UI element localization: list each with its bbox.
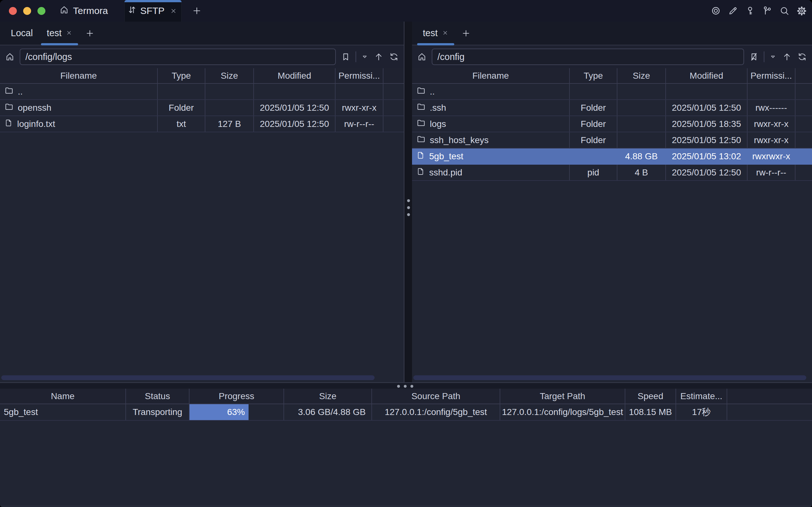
close-icon[interactable] <box>442 28 448 38</box>
column-header-size[interactable]: Size <box>617 68 666 83</box>
folder-icon <box>417 102 426 114</box>
refresh-icon[interactable] <box>797 51 808 62</box>
chevron-down-icon[interactable] <box>769 51 777 62</box>
close-icon[interactable] <box>66 28 72 38</box>
up-directory-icon[interactable] <box>373 51 384 62</box>
column-header-target-path[interactable]: Target Path <box>500 389 625 404</box>
transfers-splitter[interactable] <box>0 382 812 389</box>
up-directory-icon[interactable] <box>781 51 792 62</box>
zoom-window-button[interactable] <box>38 7 45 15</box>
column-header-source-path[interactable]: Source Path <box>372 389 500 404</box>
column-header-permissions[interactable]: Permissi... <box>335 68 383 83</box>
table-row[interactable]: .ssh Folder 2025/01/05 12:50 rwx------ <box>412 100 812 116</box>
folder-icon <box>4 86 14 97</box>
home-icon[interactable] <box>4 51 15 62</box>
bookmark-slash-icon[interactable] <box>749 51 759 62</box>
file-type: Folder <box>158 100 205 115</box>
minimize-window-button[interactable] <box>23 7 31 15</box>
settings-gear-icon[interactable] <box>796 5 807 16</box>
folder-icon <box>417 86 426 97</box>
record-icon[interactable] <box>710 5 721 16</box>
file-permissions: rwx------ <box>748 100 796 115</box>
tab-local[interactable]: Local <box>4 21 40 45</box>
home-tab[interactable]: Termora <box>59 5 108 17</box>
file-icon <box>4 119 13 129</box>
tab-test-left[interactable]: test <box>40 21 79 45</box>
tab-local-label: Local <box>11 28 33 38</box>
table-row[interactable]: .. <box>0 84 404 100</box>
table-row[interactable]: loginfo.txt txt 127 B 2025/01/05 12:50 r… <box>0 116 404 132</box>
bookmark-icon[interactable] <box>340 51 351 62</box>
close-icon[interactable] <box>168 5 179 16</box>
file-permissions: rwxr-xr-x <box>335 100 383 115</box>
file-permissions: rwxr-xr-x <box>748 116 796 132</box>
splitter-handle[interactable] <box>397 385 413 388</box>
home-icon[interactable] <box>417 51 427 62</box>
column-header-modified[interactable]: Modified <box>254 68 335 83</box>
column-header-type[interactable]: Type <box>158 68 205 83</box>
column-header-name[interactable]: Name <box>0 389 126 404</box>
folder-icon <box>4 102 14 114</box>
file-owner <box>383 84 404 99</box>
horizontal-scrollbar[interactable] <box>413 375 806 380</box>
column-header-size[interactable]: Size <box>205 68 254 83</box>
file-permissions: rwxr-xr-x <box>748 132 796 148</box>
column-header-progress[interactable]: Progress <box>190 389 284 404</box>
right-path-input[interactable] <box>432 49 744 65</box>
file-type: Folder <box>570 100 617 115</box>
tab-sftp[interactable]: SFTP <box>124 0 181 21</box>
close-window-button[interactable] <box>9 7 17 15</box>
table-row-selected[interactable]: 5gb_test 4.88 GB 2025/01/05 13:02 rwxrwx… <box>412 149 812 165</box>
add-panel-tab-button[interactable] <box>457 21 475 45</box>
home-tab-label: Termora <box>73 5 108 16</box>
file-type <box>158 84 205 99</box>
table-row[interactable]: openssh Folder 2025/01/05 12:50 rwxr-xr-… <box>0 100 404 116</box>
file-permissions <box>748 84 796 99</box>
remote-file-panel: test Filename Type Size Modified Permiss… <box>412 21 812 382</box>
filename: .. <box>18 87 23 97</box>
table-row[interactable]: ssh_host_keys Folder 2025/01/05 12:50 rw… <box>412 132 812 149</box>
column-header-filename[interactable]: Filename <box>0 68 158 83</box>
progress-fill: 63% <box>190 404 249 420</box>
column-header-size[interactable]: Size <box>284 389 372 404</box>
file-type <box>570 149 617 164</box>
column-header-permissions[interactable]: Permissi... <box>748 68 796 83</box>
titlebar: Termora SFTP <box>0 0 812 21</box>
column-header-owner[interactable]: Owner <box>383 68 404 83</box>
left-path-input[interactable] <box>20 49 336 65</box>
column-header-filename[interactable]: Filename <box>412 68 570 83</box>
file-modified: 2025/01/05 12:50 <box>254 116 335 132</box>
table-row[interactable]: logs Folder 2025/01/05 18:35 rwxr-xr-x <box>412 116 812 132</box>
refresh-icon[interactable] <box>388 51 399 62</box>
transfers-header: Name Status Progress Size Source Path Ta… <box>0 389 812 404</box>
column-header-type[interactable]: Type <box>570 68 617 83</box>
column-header-speed[interactable]: Speed <box>625 389 676 404</box>
add-panel-tab-button[interactable] <box>81 21 98 45</box>
transfers-table: Name Status Progress Size Source Path Ta… <box>0 389 812 421</box>
column-header-modified[interactable]: Modified <box>666 68 748 83</box>
file-size: 127 B <box>205 116 254 132</box>
key-icon[interactable] <box>745 5 756 16</box>
transfer-arrows-icon <box>127 5 137 17</box>
file-type <box>570 84 617 99</box>
column-header-estimate[interactable]: Estimate... <box>676 389 727 404</box>
file-size <box>617 100 666 115</box>
branch-icon[interactable] <box>762 5 773 16</box>
horizontal-scrollbar[interactable] <box>1 375 375 380</box>
edit-icon[interactable] <box>727 5 738 16</box>
table-row[interactable]: sshd.pid pid 4 B 2025/01/05 12:50 rw-r--… <box>412 165 812 181</box>
tab-test-right[interactable]: test <box>416 21 455 45</box>
file-size <box>617 116 666 132</box>
new-tab-button[interactable] <box>190 4 204 18</box>
splitter-handle[interactable] <box>407 199 410 216</box>
file-modified <box>666 84 748 99</box>
column-header-owner[interactable]: Owner <box>796 68 812 83</box>
chevron-down-icon[interactable] <box>361 51 369 62</box>
file-permissions <box>335 84 383 99</box>
titlebar-actions <box>710 5 812 16</box>
folder-icon <box>417 134 426 146</box>
search-icon[interactable] <box>779 5 790 16</box>
column-header-status[interactable]: Status <box>126 389 190 404</box>
transfer-row[interactable]: 5gb_test Transporting 63% 3.06 GB/4.88 G… <box>0 404 812 421</box>
table-row[interactable]: .. <box>412 84 812 100</box>
